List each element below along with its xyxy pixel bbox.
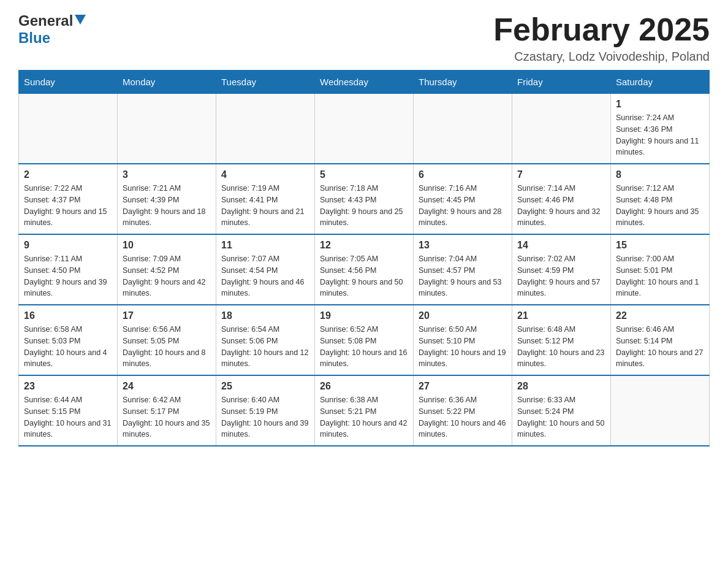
calendar-cell-week1-day1 (118, 94, 216, 164)
calendar-cell-week2-day1: 3Sunrise: 7:21 AM Sunset: 4:39 PM Daylig… (118, 164, 216, 234)
day-info: Sunrise: 7:14 AM Sunset: 4:46 PM Dayligh… (517, 183, 605, 229)
calendar-cell-week5-day2: 25Sunrise: 6:40 AM Sunset: 5:19 PM Dayli… (216, 375, 315, 446)
calendar-cell-week4-day2: 18Sunrise: 6:54 AM Sunset: 5:06 PM Dayli… (216, 305, 315, 375)
day-info: Sunrise: 7:19 AM Sunset: 4:41 PM Dayligh… (221, 183, 309, 229)
day-number: 12 (320, 240, 408, 251)
day-number: 1 (616, 99, 704, 110)
day-number: 17 (123, 310, 211, 321)
logo-triangle-icon (75, 15, 86, 27)
calendar-header: SundayMondayTuesdayWednesdayThursdayFrid… (19, 71, 710, 94)
weekday-header-monday: Monday (118, 71, 216, 94)
day-info: Sunrise: 7:18 AM Sunset: 4:43 PM Dayligh… (320, 183, 408, 229)
day-number: 4 (221, 169, 309, 180)
calendar-cell-week1-day0 (19, 94, 118, 164)
day-number: 5 (320, 169, 408, 180)
calendar-week-5: 23Sunrise: 6:44 AM Sunset: 5:15 PM Dayli… (19, 375, 710, 446)
day-number: 21 (517, 310, 605, 321)
calendar-cell-week4-day1: 17Sunrise: 6:56 AM Sunset: 5:05 PM Dayli… (118, 305, 216, 375)
day-number: 23 (24, 381, 112, 392)
calendar-cell-week1-day2 (216, 94, 315, 164)
calendar-cell-week4-day4: 20Sunrise: 6:50 AM Sunset: 5:10 PM Dayli… (414, 305, 512, 375)
calendar-week-2: 2Sunrise: 7:22 AM Sunset: 4:37 PM Daylig… (19, 164, 710, 234)
calendar-cell-week3-day1: 10Sunrise: 7:09 AM Sunset: 4:52 PM Dayli… (118, 234, 216, 305)
logo: General Blue (18, 12, 86, 47)
calendar-cell-week3-day4: 13Sunrise: 7:04 AM Sunset: 4:57 PM Dayli… (414, 234, 512, 305)
calendar-cell-week2-day2: 4Sunrise: 7:19 AM Sunset: 4:41 PM Daylig… (216, 164, 315, 234)
calendar-cell-week2-day5: 7Sunrise: 7:14 AM Sunset: 4:46 PM Daylig… (512, 164, 611, 234)
calendar-cell-week4-day5: 21Sunrise: 6:48 AM Sunset: 5:12 PM Dayli… (512, 305, 611, 375)
calendar-cell-week1-day5 (512, 94, 611, 164)
calendar-cell-week3-day5: 14Sunrise: 7:02 AM Sunset: 4:59 PM Dayli… (512, 234, 611, 305)
calendar-week-4: 16Sunrise: 6:58 AM Sunset: 5:03 PM Dayli… (19, 305, 710, 375)
calendar-cell-week3-day0: 9Sunrise: 7:11 AM Sunset: 4:50 PM Daylig… (19, 234, 118, 305)
day-info: Sunrise: 6:48 AM Sunset: 5:12 PM Dayligh… (517, 324, 605, 370)
day-info: Sunrise: 6:33 AM Sunset: 5:24 PM Dayligh… (517, 394, 605, 440)
day-number: 26 (320, 381, 408, 392)
weekday-header-tuesday: Tuesday (216, 71, 315, 94)
day-info: Sunrise: 6:46 AM Sunset: 5:14 PM Dayligh… (616, 324, 704, 370)
day-number: 24 (123, 381, 211, 392)
calendar-cell-week1-day6: 1Sunrise: 7:24 AM Sunset: 4:36 PM Daylig… (611, 94, 710, 164)
month-title: February 2025 (493, 12, 710, 47)
day-info: Sunrise: 7:07 AM Sunset: 4:54 PM Dayligh… (221, 253, 309, 299)
day-number: 20 (419, 310, 507, 321)
calendar-cell-week5-day1: 24Sunrise: 6:42 AM Sunset: 5:17 PM Dayli… (118, 375, 216, 446)
day-info: Sunrise: 7:04 AM Sunset: 4:57 PM Dayligh… (419, 253, 507, 299)
calendar-cell-week4-day6: 22Sunrise: 6:46 AM Sunset: 5:14 PM Dayli… (611, 305, 710, 375)
day-number: 9 (24, 240, 112, 251)
weekday-header-saturday: Saturday (611, 71, 710, 94)
day-number: 8 (616, 169, 704, 180)
calendar-body: 1Sunrise: 7:24 AM Sunset: 4:36 PM Daylig… (19, 94, 710, 446)
calendar-cell-week5-day0: 23Sunrise: 6:44 AM Sunset: 5:15 PM Dayli… (19, 375, 118, 446)
day-info: Sunrise: 6:36 AM Sunset: 5:22 PM Dayligh… (419, 394, 507, 440)
calendar-cell-week3-day2: 11Sunrise: 7:07 AM Sunset: 4:54 PM Dayli… (216, 234, 315, 305)
calendar-week-1: 1Sunrise: 7:24 AM Sunset: 4:36 PM Daylig… (19, 94, 710, 164)
day-info: Sunrise: 7:12 AM Sunset: 4:48 PM Dayligh… (616, 183, 704, 229)
day-number: 14 (517, 240, 605, 251)
weekday-header-friday: Friday (512, 71, 611, 94)
calendar-cell-week1-day3 (315, 94, 414, 164)
day-info: Sunrise: 7:05 AM Sunset: 4:56 PM Dayligh… (320, 253, 408, 299)
day-number: 18 (221, 310, 309, 321)
day-number: 11 (221, 240, 309, 251)
day-info: Sunrise: 7:02 AM Sunset: 4:59 PM Dayligh… (517, 253, 605, 299)
day-number: 16 (24, 310, 112, 321)
calendar-cell-week3-day6: 15Sunrise: 7:00 AM Sunset: 5:01 PM Dayli… (611, 234, 710, 305)
calendar-table: SundayMondayTuesdayWednesdayThursdayFrid… (18, 70, 710, 446)
day-info: Sunrise: 6:52 AM Sunset: 5:08 PM Dayligh… (320, 324, 408, 370)
day-number: 27 (419, 381, 507, 392)
day-info: Sunrise: 6:42 AM Sunset: 5:17 PM Dayligh… (123, 394, 211, 440)
weekday-header-row: SundayMondayTuesdayWednesdayThursdayFrid… (19, 71, 710, 94)
day-number: 3 (123, 169, 211, 180)
calendar-cell-week2-day6: 8Sunrise: 7:12 AM Sunset: 4:48 PM Daylig… (611, 164, 710, 234)
day-number: 19 (320, 310, 408, 321)
day-info: Sunrise: 6:38 AM Sunset: 5:21 PM Dayligh… (320, 394, 408, 440)
day-number: 6 (419, 169, 507, 180)
day-info: Sunrise: 7:00 AM Sunset: 5:01 PM Dayligh… (616, 253, 704, 299)
day-number: 10 (123, 240, 211, 251)
weekday-header-sunday: Sunday (19, 71, 118, 94)
weekday-header-thursday: Thursday (414, 71, 512, 94)
day-info: Sunrise: 6:54 AM Sunset: 5:06 PM Dayligh… (221, 324, 309, 370)
calendar-cell-week5-day3: 26Sunrise: 6:38 AM Sunset: 5:21 PM Dayli… (315, 375, 414, 446)
calendar-cell-week2-day4: 6Sunrise: 7:16 AM Sunset: 4:45 PM Daylig… (414, 164, 512, 234)
calendar-cell-week5-day5: 28Sunrise: 6:33 AM Sunset: 5:24 PM Dayli… (512, 375, 611, 446)
title-area: February 2025 Czastary, Lodz Voivodeship… (493, 12, 710, 64)
page-header: General Blue February 2025 Czastary, Lod… (18, 12, 710, 64)
day-info: Sunrise: 7:21 AM Sunset: 4:39 PM Dayligh… (123, 183, 211, 229)
weekday-header-wednesday: Wednesday (315, 71, 414, 94)
location-subtitle: Czastary, Lodz Voivodeship, Poland (493, 50, 710, 64)
calendar-cell-week2-day3: 5Sunrise: 7:18 AM Sunset: 4:43 PM Daylig… (315, 164, 414, 234)
day-info: Sunrise: 6:40 AM Sunset: 5:19 PM Dayligh… (221, 394, 309, 440)
calendar-week-3: 9Sunrise: 7:11 AM Sunset: 4:50 PM Daylig… (19, 234, 710, 305)
day-info: Sunrise: 7:22 AM Sunset: 4:37 PM Dayligh… (24, 183, 112, 229)
calendar-cell-week3-day3: 12Sunrise: 7:05 AM Sunset: 4:56 PM Dayli… (315, 234, 414, 305)
calendar-cell-week5-day4: 27Sunrise: 6:36 AM Sunset: 5:22 PM Dayli… (414, 375, 512, 446)
day-number: 13 (419, 240, 507, 251)
day-info: Sunrise: 6:44 AM Sunset: 5:15 PM Dayligh… (24, 394, 112, 440)
day-number: 22 (616, 310, 704, 321)
day-info: Sunrise: 6:58 AM Sunset: 5:03 PM Dayligh… (24, 324, 112, 370)
logo-blue-text: Blue (18, 29, 50, 46)
calendar-cell-week2-day0: 2Sunrise: 7:22 AM Sunset: 4:37 PM Daylig… (19, 164, 118, 234)
day-info: Sunrise: 6:56 AM Sunset: 5:05 PM Dayligh… (123, 324, 211, 370)
